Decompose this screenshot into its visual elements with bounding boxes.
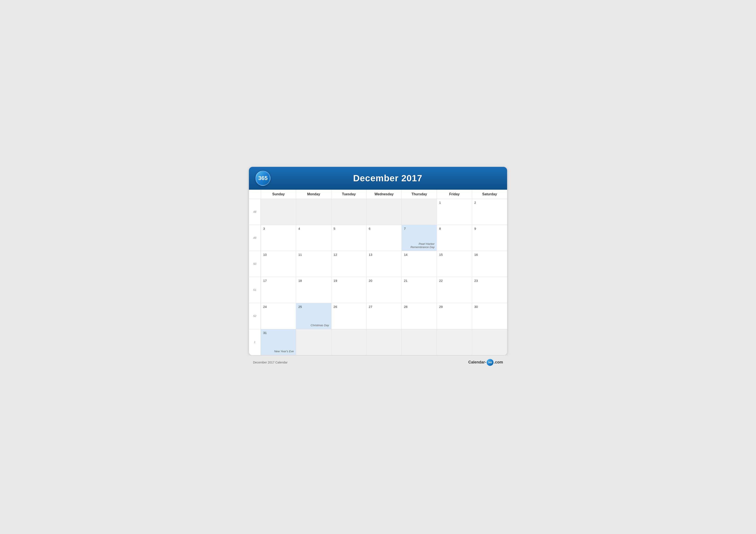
date-number: 25 <box>298 305 329 309</box>
calendar-cell[interactable] <box>366 329 401 355</box>
calendar-cell[interactable] <box>331 329 366 355</box>
week-num-52: 52 <box>249 303 261 329</box>
day-header-wednesday: Wednesday <box>366 190 401 199</box>
footer-left: December 2017 Calendar <box>253 361 287 364</box>
calendar-cell[interactable]: 21 <box>401 277 437 303</box>
date-number: 27 <box>369 305 399 309</box>
footer-calendar-text: Calendar- <box>468 360 486 365</box>
date-number: 3 <box>263 227 294 230</box>
date-number: 7 <box>404 227 434 230</box>
date-number: 12 <box>334 253 364 256</box>
calendar-cell[interactable]: 24 <box>261 303 296 329</box>
calendar-cell[interactable]: 17 <box>261 277 296 303</box>
footer-logo-circle: 365 <box>487 359 494 366</box>
calendar-row: 522425Christmas Day2627282930 <box>249 303 507 329</box>
calendar-row: 4934567Pearl Harbor Remembrance Day89 <box>249 225 507 251</box>
calendar-header: 365 December 2017 <box>249 167 507 190</box>
date-number: 28 <box>404 305 434 309</box>
calendar-cell[interactable]: 23 <box>472 277 507 303</box>
calendar-cell[interactable]: 4 <box>296 225 331 251</box>
calendar-cell[interactable]: 16 <box>472 251 507 277</box>
holiday-label: Pearl Harbor Remembrance Day <box>402 242 434 249</box>
date-number: 14 <box>404 253 434 256</box>
calendar-cell[interactable]: 20 <box>366 277 401 303</box>
calendar-cell[interactable]: 25Christmas Day <box>296 303 331 329</box>
calendar-row: 5117181920212223 <box>249 277 507 303</box>
calendar-cell[interactable] <box>296 199 331 225</box>
calendar-cell[interactable]: 15 <box>437 251 472 277</box>
calendar-cell[interactable]: 12 <box>331 251 366 277</box>
day-header-friday: Friday <box>437 190 472 199</box>
calendar-cell[interactable]: 10 <box>261 251 296 277</box>
date-number: 9 <box>474 227 505 230</box>
calendar-cell[interactable]: 26 <box>331 303 366 329</box>
calendar-cell[interactable] <box>472 329 507 355</box>
calendar-cell[interactable]: 28 <box>401 303 437 329</box>
calendar-cell[interactable]: 22 <box>437 277 472 303</box>
calendar-cell[interactable]: 31New Year's Eve <box>261 329 296 355</box>
calendar-cell[interactable]: 1 <box>437 199 472 225</box>
date-number: 15 <box>439 253 470 256</box>
calendar-cell[interactable] <box>437 329 472 355</box>
date-number: 21 <box>404 279 434 283</box>
date-number: 31 <box>263 331 294 335</box>
date-number: 29 <box>439 305 470 309</box>
date-number: 18 <box>298 279 329 283</box>
week-num-50: 50 <box>249 251 261 277</box>
date-number: 22 <box>439 279 470 283</box>
calendar-cell[interactable]: 6 <box>366 225 401 251</box>
calendar-cell[interactable] <box>401 329 437 355</box>
footer-dot-com: .com <box>494 360 503 365</box>
date-number: 10 <box>263 253 294 256</box>
calendar-cell[interactable] <box>401 199 437 225</box>
date-number: 2 <box>474 201 505 204</box>
holiday-label: Christmas Day <box>310 324 329 327</box>
calendar-cell[interactable]: 18 <box>296 277 331 303</box>
day-header-monday: Monday <box>296 190 331 199</box>
date-number: 11 <box>298 253 329 256</box>
week-num-48: 48 <box>249 199 261 225</box>
date-number: 1 <box>439 201 470 204</box>
week-num-51: 51 <box>249 277 261 303</box>
calendar-body: SundayMondayTuesdayWednesdayThursdayFrid… <box>249 190 507 355</box>
date-number: 24 <box>263 305 294 309</box>
date-number: 5 <box>334 227 364 230</box>
date-number: 20 <box>369 279 399 283</box>
calendar-cell[interactable]: 29 <box>437 303 472 329</box>
calendar-cell[interactable]: 11 <box>296 251 331 277</box>
logo-text: 365 <box>258 175 267 182</box>
footer-right: Calendar- 365 .com <box>468 359 503 366</box>
date-number: 6 <box>369 227 399 230</box>
date-number: 4 <box>298 227 329 230</box>
calendar-cell[interactable]: 2 <box>472 199 507 225</box>
week-num-header-spacer <box>249 190 261 199</box>
calendar-row: 5010111213141516 <box>249 251 507 277</box>
calendar-cell[interactable] <box>331 199 366 225</box>
calendar-cell[interactable]: 5 <box>331 225 366 251</box>
calendar-cell[interactable]: 7Pearl Harbor Remembrance Day <box>401 225 437 251</box>
date-number: 13 <box>369 253 399 256</box>
calendar-cell[interactable]: 9 <box>472 225 507 251</box>
holiday-label: New Year's Eve <box>274 350 294 353</box>
calendar-wrapper: 365 December 2017 SundayMondayTuesdayWed… <box>249 167 507 355</box>
calendar-cell[interactable] <box>366 199 401 225</box>
calendar-cell[interactable]: 14 <box>401 251 437 277</box>
calendar-cell[interactable]: 3 <box>261 225 296 251</box>
calendar-cell[interactable] <box>296 329 331 355</box>
calendar-cell[interactable]: 13 <box>366 251 401 277</box>
day-header-tuesday: Tuesday <box>331 190 366 199</box>
calendar-cell[interactable] <box>261 199 296 225</box>
header-title: December 2017 <box>275 173 500 184</box>
calendar-cell[interactable]: 27 <box>366 303 401 329</box>
calendar-row: 131New Year's Eve <box>249 329 507 355</box>
footer: December 2017 Calendar Calendar- 365 .co… <box>249 355 507 368</box>
date-number: 8 <box>439 227 470 230</box>
calendar-cell[interactable]: 19 <box>331 277 366 303</box>
days-header: SundayMondayTuesdayWednesdayThursdayFrid… <box>249 190 507 199</box>
calendar-grid: 48124934567Pearl Harbor Remembrance Day8… <box>249 199 507 355</box>
calendar-cell[interactable]: 30 <box>472 303 507 329</box>
date-number: 23 <box>474 279 505 283</box>
calendar-cell[interactable]: 8 <box>437 225 472 251</box>
calendar-row: 4812 <box>249 199 507 225</box>
day-header-sunday: Sunday <box>261 190 296 199</box>
